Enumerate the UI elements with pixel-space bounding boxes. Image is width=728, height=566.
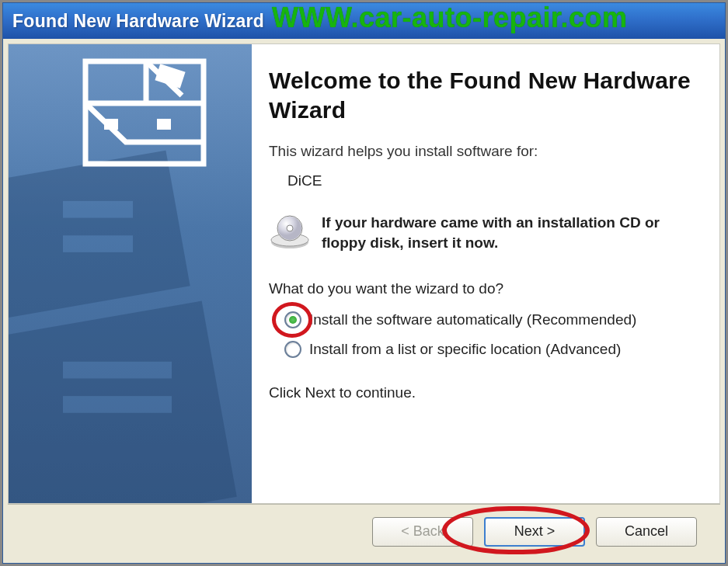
wizard-window: Found New Hardware Wizard (2, 2, 726, 564)
intro-text: This wizard helps you install software f… (269, 143, 698, 160)
svg-rect-2 (63, 201, 133, 218)
svg-point-14 (287, 225, 293, 231)
button-bar: < Back Next > Cancel (8, 504, 720, 558)
radio-input-auto[interactable] (284, 311, 301, 328)
device-box-icon (82, 58, 207, 167)
device-name: DiCE (287, 172, 698, 189)
cancel-button[interactable]: Cancel (596, 517, 697, 547)
back-button: < Back (372, 517, 473, 547)
svg-rect-7 (155, 64, 185, 88)
radio-group: Install the software automatically (Reco… (284, 311, 698, 358)
cd-hint-row: If your hardware came with an installati… (269, 213, 698, 252)
wizard-question: What do you want the wizard to do? (269, 280, 698, 297)
svg-rect-8 (104, 119, 118, 130)
radio-input-advanced[interactable] (284, 341, 301, 358)
radio-label: Install the software automatically (Reco… (309, 311, 636, 328)
next-button[interactable]: Next > (484, 517, 585, 547)
title-bar[interactable]: Found New Hardware Wizard (3, 3, 725, 39)
svg-rect-3 (63, 235, 133, 252)
radio-label: Install from a list or specific location… (309, 341, 621, 358)
radio-option-advanced[interactable]: Install from a list or specific location… (284, 341, 698, 358)
cd-icon (269, 214, 311, 252)
continue-hint: Click Next to continue. (269, 384, 698, 401)
svg-rect-9 (157, 119, 171, 130)
client-area: Welcome to the Found New Hardware Wizard… (8, 43, 720, 504)
svg-rect-5 (63, 396, 172, 413)
svg-rect-4 (63, 362, 172, 379)
wizard-heading: Welcome to the Found New Hardware Wizard (269, 66, 698, 124)
cd-hint-text: If your hardware came with an installati… (322, 213, 698, 252)
wizard-content: Welcome to the Found New Hardware Wizard… (252, 44, 719, 503)
radio-option-auto[interactable]: Install the software automatically (Reco… (284, 311, 698, 328)
wizard-sidebar (9, 44, 252, 503)
window-title: Found New Hardware Wizard (12, 11, 264, 32)
